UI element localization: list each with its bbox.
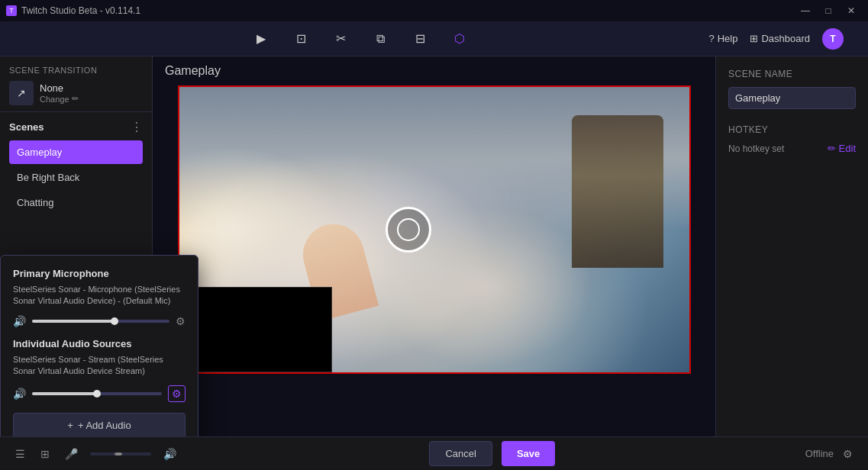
- preview-canvas: [178, 85, 691, 374]
- transition-info: None Change ✏: [40, 82, 79, 104]
- hotkey-row: No hotkey set ✏ Edit: [728, 143, 856, 154]
- change-transition-link[interactable]: Change ✏: [40, 94, 79, 104]
- app-icon: T: [6, 5, 17, 16]
- scene-name-label: Gameplay: [153, 56, 233, 85]
- bottom-right: Offline ⚙: [805, 445, 856, 463]
- primary-mic-device: SteelSeries Sonar - Microphone (SteelSer…: [13, 284, 186, 307]
- help-icon: ?: [708, 33, 714, 44]
- transition-item: ↗ None Change ✏: [9, 81, 143, 105]
- dashboard-label: Dashboard: [761, 33, 810, 44]
- add-audio-label: + Add Audio: [78, 420, 131, 431]
- primary-mic-gear-button[interactable]: ⚙: [176, 315, 186, 327]
- primary-mic-title: Primary Microphone: [13, 268, 186, 279]
- individual-audio-slider-thumb: [93, 390, 101, 398]
- individual-audio-title: Individual Audio Sources: [13, 338, 186, 349]
- individual-audio-slider[interactable]: [32, 392, 162, 395]
- titlebar-left: T Twitch Studio Beta - v0.114.1: [6, 5, 140, 16]
- volume-button[interactable]: 🔊: [160, 445, 179, 463]
- effects-tool-button[interactable]: ⬡: [447, 27, 472, 51]
- dashboard-icon: ⊞: [750, 33, 758, 44]
- left-sidebar: Scene Transition ↗ None Change ✏ Scenes …: [0, 56, 153, 436]
- toolbar-wrapper: ▶ ⊡ ✂ ⧉ ⊟ ⬡ ? Help ⊞ Dashboard T: [0, 27, 868, 51]
- logo-inner: [397, 218, 420, 241]
- toolbar: ▶ ⊡ ✂ ⧉ ⊟ ⬡ ? Help ⊞ Dashboard T: [0, 21, 868, 56]
- figure-right: [572, 115, 663, 268]
- scenes-section: Scenes ⋮ Gameplay Be Right Back Chatting: [0, 112, 152, 269]
- preview-area: Gameplay: [153, 56, 715, 436]
- speaker-icon: 🔊: [13, 315, 26, 327]
- mic-level-bar: [90, 452, 151, 456]
- scissors-tool-button[interactable]: ✂: [328, 27, 353, 51]
- scene-item-be-right-back[interactable]: Be Right Back: [9, 166, 143, 189]
- bottom-center: Cancel Save: [429, 441, 555, 466]
- plus-icon: +: [67, 420, 73, 431]
- duplicate-tool-button[interactable]: ⧉: [368, 27, 392, 51]
- primary-mic-slider-thumb: [111, 317, 118, 325]
- preview-background: [179, 87, 689, 372]
- audio-popup: Primary Microphone SteelSeries Sonar - M…: [0, 255, 198, 436]
- scene-name-section-title: Scene Name: [728, 69, 856, 79]
- cancel-button[interactable]: Cancel: [429, 441, 492, 466]
- main-area: Scene Transition ↗ None Change ✏ Scenes …: [0, 56, 868, 436]
- mic-level-indicator: [115, 452, 122, 456]
- scene-name-section: Scene Name: [728, 69, 856, 109]
- toolbar-center: ▶ ⊡ ✂ ⧉ ⊟ ⬡: [12, 27, 708, 51]
- scene-transition-section: Scene Transition ↗ None Change ✏: [0, 56, 152, 112]
- toolbar-right: ? Help ⊞ Dashboard T: [708, 28, 856, 50]
- scene-transition-label: Scene Transition: [9, 66, 143, 75]
- scenes-more-button[interactable]: ⋮: [131, 120, 143, 134]
- edit-label: Edit: [839, 143, 856, 154]
- help-label: Help: [718, 33, 738, 44]
- primary-mic-controls: 🔊 ⚙: [13, 315, 186, 327]
- logo-overlay: [386, 207, 431, 253]
- primary-mic-slider[interactable]: [32, 320, 169, 323]
- bottom-left: ☰ ⊞ 🎤 🔊: [12, 445, 179, 463]
- speaker-icon-2: 🔊: [13, 388, 26, 400]
- hotkey-section: Hotkey No hotkey set ✏ Edit: [728, 124, 856, 154]
- close-button[interactable]: ✕: [841, 0, 862, 21]
- right-panel: Scene Name Hotkey No hotkey set ✏ Edit: [715, 56, 868, 436]
- hotkey-section-title: Hotkey: [728, 124, 856, 135]
- scene-name-input[interactable]: [728, 87, 856, 109]
- scenes-header: Scenes ⋮: [9, 120, 143, 134]
- edit-pencil-icon: ✏: [72, 94, 79, 104]
- align-tool-button[interactable]: ⊟: [408, 27, 432, 51]
- grid-button[interactable]: ⊞: [37, 445, 53, 463]
- transition-icon: ↗: [9, 81, 34, 105]
- titlebar: T Twitch Studio Beta - v0.114.1 — □ ✕: [0, 0, 868, 21]
- edit-hotkey-button[interactable]: ✏ Edit: [828, 143, 856, 154]
- scenes-title: Scenes: [9, 121, 44, 133]
- video-inset: [179, 287, 332, 372]
- individual-audio-device: SteelSeries Sonar - Stream (SteelSeries …: [13, 354, 186, 378]
- user-avatar[interactable]: T: [822, 28, 844, 50]
- scene-item-gameplay[interactable]: Gameplay: [9, 140, 143, 164]
- scene-item-chatting[interactable]: Chatting: [9, 191, 143, 214]
- add-audio-button[interactable]: + + Add Audio: [13, 413, 186, 436]
- primary-mic-slider-fill: [32, 320, 115, 323]
- menu-button[interactable]: ☰: [12, 445, 28, 463]
- app-title: Twitch Studio Beta - v0.114.1: [21, 5, 140, 16]
- settings-button[interactable]: ⚙: [840, 445, 856, 463]
- crop-tool-button[interactable]: ⊡: [289, 27, 313, 51]
- hotkey-status-text: No hotkey set: [728, 143, 784, 154]
- maximize-button[interactable]: □: [818, 0, 839, 21]
- select-tool-button[interactable]: ▶: [249, 27, 273, 51]
- individual-audio-gear-button[interactable]: ⚙: [168, 385, 186, 402]
- edit-pencil-icon-2: ✏: [828, 143, 836, 154]
- mic-button[interactable]: 🎤: [62, 445, 81, 463]
- help-button[interactable]: ? Help: [708, 33, 737, 44]
- minimize-button[interactable]: —: [795, 0, 816, 21]
- bottom-bar: ☰ ⊞ 🎤 🔊 Cancel Save Offline ⚙: [0, 436, 868, 470]
- titlebar-controls[interactable]: — □ ✕: [795, 0, 862, 21]
- individual-audio-controls: 🔊 ⚙: [13, 385, 186, 402]
- dashboard-button[interactable]: ⊞ Dashboard: [750, 33, 810, 44]
- transition-name: None: [40, 82, 79, 94]
- individual-audio-slider-fill: [32, 392, 97, 395]
- status-label: Offline: [805, 448, 834, 459]
- save-button[interactable]: Save: [502, 441, 555, 466]
